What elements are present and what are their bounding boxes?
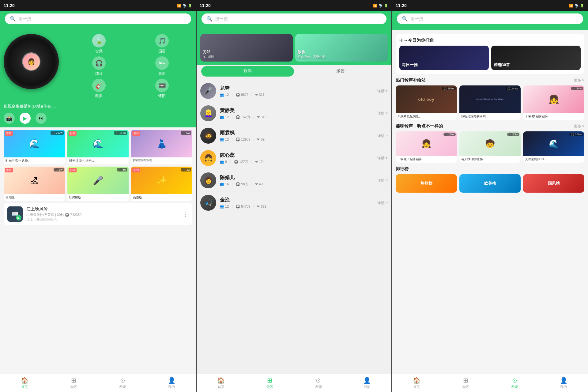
- wifi-icon-2: 📡: [379, 4, 383, 8]
- artist-stats-1: 👥 12 | 🎧 162万 | ❤ 319: [220, 115, 374, 119]
- s3-nav-discover[interactable]: ⊙ 发现: [490, 377, 539, 389]
- ringtone-deep[interactable]: 🎧 244w somewhere in the deep 我听见深海的回响: [459, 85, 521, 120]
- s2-nav-discover[interactable]: ⊙ 发现: [294, 377, 343, 389]
- detail-btn-0[interactable]: 详情 >: [377, 89, 388, 94]
- banner-sanbu[interactable]: 散步 赶走疲惫，享受生活: [295, 34, 388, 62]
- next-btn[interactable]: ⏭: [36, 113, 47, 124]
- status-icons-1: 📶 📡 🔋: [177, 4, 192, 8]
- detail-btn-3[interactable]: 详情 >: [377, 156, 388, 161]
- s2-nav-mine[interactable]: 👤 我的: [343, 377, 391, 389]
- s1-nav-discover[interactable]: ⊙ 发现: [98, 377, 147, 389]
- cailing-badge-1: 彩铃: [69, 131, 77, 136]
- song-more-btn[interactable]: ⋮: [183, 210, 189, 218]
- cailing-badge-2: 彩铃: [132, 131, 140, 136]
- vinyl-record[interactable]: 👩: [4, 34, 59, 89]
- music-card-img-1: 彩铃 🎧 217w 🌊: [67, 130, 129, 157]
- cat-gufeng[interactable]: 🍃 古风: [69, 34, 129, 54]
- greeting-card-select[interactable]: 精选30首: [491, 46, 581, 70]
- ringtone-img-deep: 🎧 244w somewhere in the deep: [459, 85, 521, 113]
- s2-banner-area: 刀郎 实力唱将 散步 赶走疲惫，享受生活: [197, 30, 391, 65]
- s1-main-player: 👩 🍃 古风 🎵 国语 🎧 纯音: [0, 30, 196, 102]
- music-card-1[interactable]: 彩铃 🎧 217w 🌊 时光洪流中 这份...: [67, 130, 129, 164]
- s1-nav-section[interactable]: ⊞ 分区: [49, 377, 98, 389]
- artist-item-0[interactable]: 🎤 龙奔 👥 12 | 🎧 98万 | ❤ 311 详情 >: [200, 80, 388, 102]
- music-card-title-3: 高潮版: [4, 194, 65, 201]
- music-card-0[interactable]: 彩铃 🎧 217w 🌊 时光洪流中 这份...: [4, 130, 65, 164]
- song-plays: 742350: [70, 213, 81, 217]
- music-card-5[interactable]: 彩铃 🎧 3w ✨ 高潮版: [131, 167, 192, 201]
- cailing-badge-0: 彩铃: [5, 131, 13, 136]
- song-desc: 江上一曲浅唱晚晚风: [26, 217, 179, 222]
- s2-mine-icon: 👤: [363, 377, 371, 384]
- hot-ringtone-grid: 🎧 258w old boy 风吹草低见惆怅,... 🎧 244w somewh…: [396, 85, 584, 120]
- s1-nav-home[interactable]: 🏠 首页: [0, 377, 49, 389]
- s1-song-item[interactable]: ▶ 📖 江上晚风吟 小田音乐社/尹昔眠 | 30秒 🎧 742350 江上一曲浅…: [4, 203, 192, 225]
- music-card-4[interactable]: 彩铃 🎧 8w 🎤 Dj何鹏版: [67, 167, 129, 201]
- tab-scene[interactable]: 场景: [294, 66, 387, 77]
- detail-btn-4[interactable]: 详情 >: [377, 178, 388, 183]
- artist-info-0: 龙奔 👥 12 | 🎧 98万 | ❤ 311: [220, 85, 374, 97]
- music-card-3[interactable]: 彩铃 🎧 1w 🏖 高潮版: [4, 167, 65, 201]
- tab-singer[interactable]: 歌手: [201, 66, 294, 77]
- cat-guoyu[interactable]: 🎵 国语: [132, 34, 192, 54]
- detail-btn-2[interactable]: 详情 >: [377, 133, 388, 138]
- artist-item-2[interactable]: 🧔 雨霖枫 👥 12 | 🎧 129万 | ❤ 89 详情 >: [200, 125, 388, 147]
- deep-count: 🎧 244w: [506, 87, 519, 90]
- artist-info-2: 雨霖枫 👥 12 | 🎧 129万 | ❤ 89: [220, 130, 374, 142]
- s3-nav-home[interactable]: 🏠 首页: [392, 377, 441, 389]
- play-count-4: 🎧 8w: [117, 168, 127, 172]
- rank-card-chinese[interactable]: 国风榜: [523, 174, 584, 193]
- fun-card-1[interactable]: 🎧 23w 🧒 有人找你唠嗑耶: [459, 131, 521, 163]
- fun-more-btn[interactable]: 更多 >: [574, 124, 584, 129]
- fun-img-2: 🎧 100w 🌊: [523, 131, 584, 156]
- s2-nav-section[interactable]: ⊞ 分区: [245, 377, 294, 389]
- discover-icon: ⊙: [120, 377, 125, 384]
- mine-icon: 👤: [168, 377, 175, 384]
- s2-header: 🔍 搜一搜: [197, 11, 391, 30]
- ringtone-anime[interactable]: 🎧 34w 👧 干嘛呢! 起床起床: [523, 85, 584, 120]
- s3-nav-mine[interactable]: 👤 我的: [539, 377, 588, 389]
- s2-search-icon: 🔍: [206, 16, 213, 22]
- mine-label: 我的: [168, 385, 175, 389]
- hot-more-btn[interactable]: 更多 >: [574, 78, 584, 83]
- s3-nav-section[interactable]: ⊞ 分区: [441, 377, 490, 389]
- s2-section-icon: ⊞: [267, 377, 272, 384]
- artist-item-1[interactable]: 👱‍♀️ 黄静美 👥 12 | 🎧 162万 | ❤ 319 详情 >: [200, 102, 388, 125]
- s2-search-bar[interactable]: 🔍 搜一搜: [202, 13, 386, 24]
- cat-chunyin[interactable]: 🎧 纯音: [69, 56, 129, 76]
- detail-btn-5[interactable]: 详情 >: [377, 200, 388, 205]
- s1-search-placeholder: 搜一搜: [18, 16, 31, 22]
- s2-home-icon: 🏠: [217, 377, 225, 384]
- status-bar: 11:20 📶 📡 🔋 11:20 📶 📡 🔋 11:20 📶 📡 🔋: [0, 0, 588, 11]
- fun-card-0[interactable]: 🎧 34w 👧 干嘛呢！起床起床: [396, 131, 457, 163]
- s1-nav-mine[interactable]: 👤 我的: [147, 377, 196, 389]
- zuixin-icon-box: New: [155, 56, 169, 70]
- cat-huaijiu[interactable]: 📼 怀旧: [132, 79, 192, 99]
- artist-item-5[interactable]: 🎣 金渔 👥 12 | 🎧 547万 | ❤ 672 详情 >: [200, 192, 388, 214]
- ringtone-oldboy[interactable]: 🎧 258w old boy 风吹草低见惆怅,...: [396, 85, 457, 120]
- banner-daolang[interactable]: 刀郎 实力唱将: [200, 34, 293, 62]
- cat-zuixin[interactable]: New 最新: [132, 56, 192, 76]
- select-label: 精选30首: [494, 62, 510, 68]
- fun-ringtone-grid: 🎧 34w 👧 干嘛呢！起床起床 🎧 23w 🧒 有人找你唠嗑耶: [396, 131, 584, 163]
- music-card-2[interactable]: 彩铃 🎧 5w 👗 拜托拜托拜托!: [131, 130, 192, 164]
- greeting-card-daily[interactable]: 每日一推: [399, 46, 489, 70]
- detail-btn-1[interactable]: 详情 >: [377, 111, 388, 116]
- s1-search-bar[interactable]: 🔍 搜一搜: [5, 13, 191, 24]
- rank-card-western[interactable]: 欧美榜: [459, 174, 521, 193]
- rank-card-hot[interactable]: 热歌榜: [396, 174, 457, 193]
- play-btn[interactable]: ▶: [20, 113, 31, 124]
- banner-sanbu-text: 散步 赶走疲惫，享受生活: [298, 50, 325, 59]
- artist-item-3[interactable]: 👧 陈心蕊 👥 8 | 🎧 127万 | ❤ 174 详情 >: [200, 147, 388, 169]
- fun-card-2[interactable]: 🎧 100w 🌊 支付宝到账100...: [523, 131, 584, 163]
- banner-daolang-text: 刀郎 实力唱将: [203, 50, 215, 59]
- s2-nav-home[interactable]: 🏠 首页: [197, 377, 245, 389]
- home-label: 首页: [21, 385, 28, 389]
- artist-item-4[interactable]: 👩 陈娟儿 👥 16 | 🎧 98万 | ❤ 40 详情 >: [200, 169, 388, 192]
- chunyin-label: 纯音: [95, 71, 103, 76]
- music-card-title-1: 时光洪流中 这份...: [67, 157, 129, 164]
- s3-greeting-section: HI～今日为你打造 每日一推 精选30首: [396, 34, 584, 74]
- cat-oumei[interactable]: 🎸 欧美: [69, 79, 129, 99]
- share-btn[interactable]: 📸: [4, 113, 15, 124]
- s3-search-bar[interactable]: 🔍 搜一搜: [397, 13, 583, 24]
